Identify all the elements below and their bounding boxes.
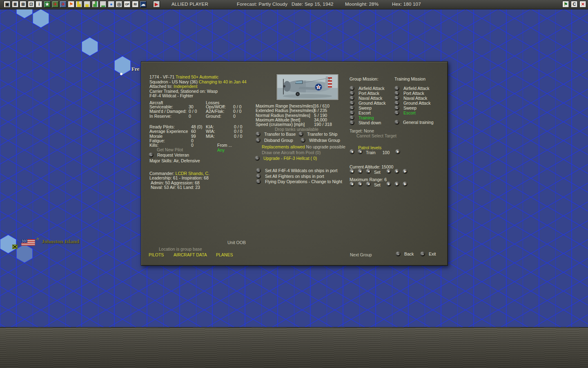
transfer-to-base-label[interactable]: Transfer to Base bbox=[264, 132, 296, 137]
arrow-icon[interactable]: → bbox=[394, 96, 399, 101]
request-veteran-row[interactable]: → Request Veteran bbox=[149, 153, 189, 157]
patrol-increase-button[interactable]: |▶ bbox=[395, 149, 400, 154]
arrow-icon[interactable]: → bbox=[420, 251, 425, 256]
arrow-icon[interactable]: → bbox=[298, 132, 303, 137]
group-mission-airfield-attack-label[interactable]: Airfield Attack bbox=[359, 86, 385, 91]
range-decrease-button[interactable]: ◀ bbox=[366, 182, 371, 186]
signal-flag-icon[interactable]: ⚑ bbox=[562, 1, 569, 8]
replacements-toggle[interactable]: Replacements allowed bbox=[262, 144, 305, 149]
commander-name[interactable]: LCDR Shands, C. bbox=[176, 171, 209, 176]
submarine-icon[interactable]: ▄ bbox=[84, 1, 91, 8]
range-decrease-button[interactable]: ◀| bbox=[358, 182, 363, 186]
action-flying-day-operations-change-to-night[interactable]: → Flying Day Operations - Change to Nigh… bbox=[256, 179, 342, 185]
arrow-icon[interactable]: → bbox=[256, 132, 261, 137]
arrow-icon[interactable]: → bbox=[255, 156, 260, 161]
group-mission-airfield-attack[interactable]: → Airfield Attack bbox=[350, 86, 385, 91]
arrow-icon[interactable]: → bbox=[256, 138, 261, 143]
disband-group-label[interactable]: Disband Group bbox=[264, 138, 293, 143]
group-mission-sweep-label[interactable]: Sweep bbox=[359, 105, 372, 110]
group-mission-naval-attack[interactable]: → Naval Attack bbox=[350, 96, 385, 101]
training-mission-ground-attack-label[interactable]: Ground Attack bbox=[403, 101, 431, 105]
patrol-decrease-button[interactable]: ◀| bbox=[350, 149, 354, 154]
group-mission-port-attack-label[interactable]: Port Attack bbox=[359, 91, 379, 96]
transfer-to-base-button[interactable]: → Transfer to Base bbox=[256, 132, 296, 137]
arrow-icon[interactable]: → bbox=[149, 153, 154, 157]
withdraw-group-button[interactable]: → Withdraw Group bbox=[301, 138, 340, 143]
upgrade-button[interactable]: → Upgrade - F6F-3 Hellcat ( 0) bbox=[255, 156, 317, 161]
arrow-icon[interactable]: → bbox=[350, 110, 354, 115]
attached-hq[interactable]: Independent bbox=[174, 84, 197, 89]
range-increase-button[interactable]: |▶ bbox=[394, 182, 399, 186]
arrow-icon[interactable]: → bbox=[350, 96, 354, 101]
arrow-icon[interactable]: → bbox=[394, 91, 399, 96]
arrow-icon[interactable]: → bbox=[350, 120, 354, 125]
training-mission-port-attack[interactable]: → Port Attack bbox=[394, 91, 430, 96]
arrow-icon[interactable]: → bbox=[256, 168, 261, 173]
group-mission-escort[interactable]: → Escort bbox=[350, 110, 385, 115]
ground-unit-icon[interactable]: ▂ bbox=[100, 1, 107, 8]
action-label[interactable]: Set All Fighters on ships in port bbox=[265, 174, 324, 179]
withdraw-group-label[interactable]: Withdraw Group bbox=[309, 138, 340, 143]
naval-icon[interactable]: ▙ bbox=[76, 1, 82, 8]
request-veteran-label[interactable]: Request Veteran bbox=[157, 153, 189, 157]
trained-status[interactable]: Trained 50+ Automatic bbox=[176, 74, 218, 79]
patrol-decrease-button[interactable]: ◀ bbox=[358, 149, 363, 154]
end-turn-icon[interactable]: ▶ bbox=[153, 1, 160, 8]
transfer-to-ship-button[interactable]: → Transfer to Ship bbox=[298, 132, 337, 137]
tab-aircraft-data[interactable]: AIRCRAFT DATA bbox=[174, 252, 207, 257]
combat-report-icon[interactable]: C bbox=[571, 1, 578, 8]
training-mission-airfield-attack[interactable]: → Airfield Attack bbox=[394, 86, 430, 91]
arrow-icon[interactable]: → bbox=[394, 86, 399, 91]
training-mission-sweep-label[interactable]: Sweep bbox=[403, 105, 416, 110]
group-mission-port-attack[interactable]: → Port Attack bbox=[350, 91, 385, 96]
action-label[interactable]: Set All F4F-4 Wildcats on ships in port bbox=[265, 168, 337, 173]
altitude-decrease-button[interactable]: ◀ bbox=[366, 169, 371, 174]
group-mission-stand-down-label[interactable]: Stand down bbox=[359, 120, 381, 125]
air-hq-icon[interactable]: ✈ bbox=[60, 1, 67, 8]
arrow-icon[interactable]: → bbox=[394, 101, 399, 105]
air-combat-icon[interactable]: ✈ bbox=[52, 1, 59, 8]
training-mission-ground-attack[interactable]: → Ground Attack bbox=[394, 101, 430, 105]
zoom-out-icon[interactable]: ⊡ bbox=[28, 1, 35, 8]
objective-flag-icon[interactable]: ⚑ bbox=[68, 1, 75, 8]
arrow-icon[interactable]: → bbox=[301, 138, 305, 143]
group-mission-ground-attack-label[interactable]: Ground Attack bbox=[359, 101, 386, 105]
zoom-in-icon[interactable]: ⊞ bbox=[20, 1, 27, 8]
group-mission-naval-attack-label[interactable]: Naval Attack bbox=[359, 96, 382, 101]
back-button[interactable]: → Back bbox=[396, 251, 414, 256]
terrain-icon[interactable]: ▟ bbox=[92, 1, 99, 8]
action-label[interactable]: Flying Day Operations - Change to Night bbox=[265, 179, 342, 184]
arrow-icon[interactable]: → bbox=[394, 110, 399, 115]
arrow-icon[interactable]: → bbox=[350, 86, 354, 91]
arrow-icon[interactable]: → bbox=[350, 91, 354, 96]
report-icon[interactable]: ≣ bbox=[12, 1, 19, 8]
op-mode-icon[interactable]: OP bbox=[124, 1, 131, 8]
transfer-to-ship-label[interactable]: Transfer to Ship bbox=[307, 132, 337, 137]
training-mission-naval-attack-label[interactable]: Naval Attack bbox=[403, 96, 427, 101]
arrow-icon[interactable]: → bbox=[394, 120, 399, 125]
arrow-icon[interactable]: → bbox=[350, 105, 354, 110]
garrison-marker-icon[interactable] bbox=[12, 245, 18, 249]
arrow-icon[interactable]: → bbox=[256, 179, 261, 184]
arrow-icon[interactable]: → bbox=[350, 101, 354, 105]
range-increase-button[interactable]: ||▶ bbox=[403, 182, 408, 186]
general-training-button[interactable]: → General training bbox=[394, 120, 434, 125]
altitude-increase-button[interactable]: |▶ bbox=[394, 169, 399, 174]
tab-pilots[interactable]: PILOTS bbox=[149, 252, 164, 257]
weather-lines-icon[interactable]: ≋ bbox=[132, 1, 139, 8]
training-mission-port-attack-label[interactable]: Port Attack bbox=[403, 91, 424, 96]
exit-button[interactable]: → Exit bbox=[420, 251, 436, 256]
arrow-icon[interactable]: → bbox=[396, 251, 401, 256]
altitude-increase-button[interactable]: ▶ bbox=[386, 169, 391, 174]
tab-planes[interactable]: PLANES bbox=[216, 252, 233, 257]
altitude-decrease-button[interactable]: ◀|| bbox=[350, 169, 354, 174]
training-mission-sweep[interactable]: → Sweep bbox=[394, 105, 430, 110]
upgrade-label[interactable]: Upgrade - F6F-3 Hellcat ( 0) bbox=[263, 156, 317, 161]
back-label[interactable]: Back bbox=[404, 251, 414, 256]
save-icon[interactable]: ▣ bbox=[4, 1, 11, 8]
group-mission-training-label[interactable]: Training bbox=[359, 115, 374, 120]
training-mission-escort-label[interactable]: Escort bbox=[403, 110, 416, 115]
draw-pool-button[interactable]: Draw one Aircraft from Pool (0) bbox=[262, 150, 321, 155]
us-flag-icon[interactable] bbox=[21, 239, 35, 246]
group-mission-training[interactable]: → Training bbox=[350, 115, 385, 120]
